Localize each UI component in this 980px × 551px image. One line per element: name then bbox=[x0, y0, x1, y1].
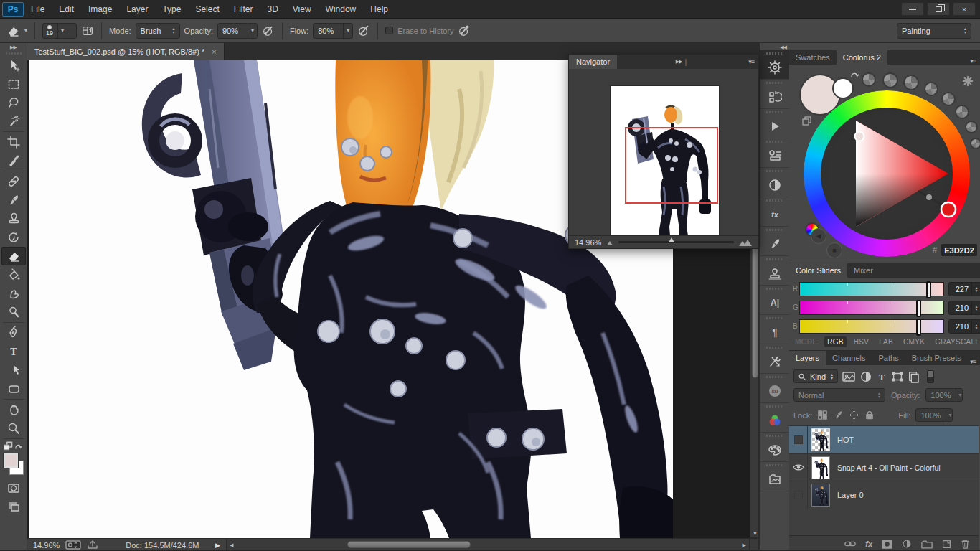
spot-healing-brush-tool[interactable] bbox=[1, 172, 26, 191]
navigator-tab[interactable]: Navigator bbox=[569, 55, 617, 69]
menu-type[interactable]: Type bbox=[155, 4, 188, 14]
pen-tool[interactable] bbox=[1, 324, 26, 342]
dock-measure-tools[interactable] bbox=[760, 344, 790, 374]
tablet-opacity-pressure-icon[interactable] bbox=[262, 24, 275, 37]
brush-tool[interactable] bbox=[1, 191, 26, 209]
eraser-tool-icon[interactable] bbox=[6, 24, 20, 38]
restore-button[interactable] bbox=[927, 2, 950, 16]
tool-preset-arrow-icon[interactable]: ▾ bbox=[24, 27, 27, 34]
navigator-thumbnail[interactable] bbox=[611, 86, 719, 246]
dock-styles[interactable]: fx bbox=[760, 197, 790, 227]
green-slider[interactable] bbox=[799, 301, 944, 315]
layer-thumbnail[interactable] bbox=[811, 428, 830, 451]
tab-coolorus[interactable]: Coolorus 2 bbox=[837, 50, 887, 65]
mode-dropdown[interactable]: Brush ▴▾ bbox=[136, 23, 180, 39]
green-value-box[interactable]: 210▲▼ bbox=[948, 301, 980, 315]
menu-edit[interactable]: Edit bbox=[52, 4, 81, 14]
blue-slider-thumb[interactable] bbox=[916, 319, 921, 336]
add-mask-icon[interactable] bbox=[882, 540, 892, 549]
close-button[interactable]: × bbox=[953, 2, 976, 16]
blue-slider[interactable] bbox=[799, 319, 944, 334]
erase-to-history-checkbox[interactable] bbox=[385, 27, 393, 34]
type-tool[interactable]: T bbox=[1, 342, 26, 361]
filter-adjustment-layers-icon[interactable] bbox=[859, 370, 872, 383]
zoom-slider-thumb[interactable] bbox=[667, 236, 676, 243]
expand-panels-icon[interactable]: ◀◀ bbox=[760, 43, 789, 50]
tab-swatches[interactable]: Swatches bbox=[789, 50, 837, 65]
tab-brush-presets[interactable]: Brush Presets bbox=[905, 351, 968, 365]
export-icon[interactable] bbox=[87, 540, 98, 550]
lock-position-icon[interactable] bbox=[849, 410, 859, 420]
menu-file[interactable]: File bbox=[24, 4, 52, 14]
pressure-size-icon[interactable] bbox=[458, 24, 471, 37]
quick-mask-button[interactable] bbox=[1, 479, 26, 497]
lock-all-icon[interactable] bbox=[864, 410, 875, 420]
dock-coolorus-wheel[interactable] bbox=[760, 50, 790, 80]
tab-channels[interactable]: Channels bbox=[826, 351, 872, 365]
layer-thumbnail[interactable] bbox=[811, 484, 830, 507]
visibility-cell[interactable] bbox=[789, 454, 808, 481]
menu-view[interactable]: View bbox=[286, 4, 319, 14]
dock-clone-source[interactable] bbox=[760, 256, 790, 286]
move-tool[interactable] bbox=[1, 56, 26, 75]
color-scheme-dot[interactable] bbox=[882, 72, 898, 88]
filter-shape-layers-icon[interactable] bbox=[891, 370, 904, 383]
menu-filter[interactable]: Filter bbox=[227, 4, 260, 14]
menu-select[interactable]: Select bbox=[188, 4, 226, 14]
dodge-tool[interactable] bbox=[1, 303, 26, 321]
filter-pixel-layers-icon[interactable] bbox=[842, 370, 856, 383]
zoom-in-icon[interactable] bbox=[738, 238, 753, 247]
layer-name[interactable]: Snap Art 4 - Oil Paint - Colorful bbox=[837, 463, 941, 472]
eye-icon[interactable] bbox=[793, 463, 804, 471]
layer-row-snapart[interactable]: Snap Art 4 - Oil Paint - Colorful bbox=[789, 453, 979, 481]
navigator-zoom-value[interactable]: 14.96% bbox=[575, 238, 601, 247]
default-colors-icon[interactable] bbox=[4, 441, 14, 451]
crop-tool[interactable] bbox=[1, 133, 26, 151]
mode-lab[interactable]: LAB bbox=[876, 336, 896, 347]
layer-fill-dropdown[interactable]: 100%▾ bbox=[915, 408, 953, 422]
zoom-level[interactable]: 14.96% bbox=[33, 541, 60, 550]
tab-paths[interactable]: Paths bbox=[872, 351, 905, 365]
sv-triangle[interactable] bbox=[804, 90, 970, 257]
dock-tool-presets[interactable] bbox=[760, 138, 790, 168]
doc-size-info[interactable]: Doc: 154.5M/424.6M bbox=[126, 541, 199, 550]
dock-paragraph[interactable]: ¶ bbox=[760, 315, 790, 344]
dock-character[interactable]: A| bbox=[760, 286, 790, 315]
dock-history[interactable] bbox=[760, 80, 790, 109]
lasso-tool[interactable] bbox=[1, 93, 26, 112]
layer-row-layer0[interactable]: Layer 0 bbox=[789, 481, 979, 508]
green-slider-thumb[interactable] bbox=[916, 300, 921, 317]
hex-value-field[interactable]: E3D2D2 bbox=[941, 244, 977, 256]
new-layer-icon[interactable] bbox=[942, 540, 951, 549]
mode-hsv[interactable]: HSV bbox=[851, 336, 872, 347]
layer-style-icon[interactable]: fx bbox=[865, 540, 872, 548]
paint-bucket-tool[interactable] bbox=[1, 265, 26, 284]
menu-3d[interactable]: 3D bbox=[260, 4, 285, 14]
hidden-layer-box[interactable] bbox=[794, 435, 803, 444]
filter-type-layers-icon[interactable]: T bbox=[876, 370, 887, 383]
foreground-color-swat­ch[interactable] bbox=[4, 453, 18, 468]
panel-menu-icon[interactable]: ▾≡ bbox=[970, 57, 980, 65]
red-slider-thumb[interactable] bbox=[926, 281, 931, 298]
gear-icon[interactable] bbox=[961, 75, 974, 88]
menu-window[interactable]: Window bbox=[319, 4, 364, 14]
color-scheme-dot[interactable] bbox=[903, 75, 919, 90]
dock-adjustments[interactable] bbox=[760, 168, 790, 197]
layer-opacity-dropdown[interactable]: 100%▾ bbox=[925, 388, 963, 402]
screen-mode-button[interactable] bbox=[1, 497, 26, 516]
scroll-left-icon[interactable]: ◀ bbox=[230, 542, 233, 548]
new-group-icon[interactable] bbox=[921, 540, 933, 549]
magic-wand-tool[interactable] bbox=[1, 112, 26, 131]
stepper-icon[interactable]: ▲▼ bbox=[971, 320, 980, 333]
hidden-layer-box[interactable] bbox=[794, 491, 803, 499]
navigator-view-box[interactable] bbox=[625, 127, 718, 204]
document-tab[interactable]: TestStuff_BIG_002.psd @ 15% (HOT, RGB/8#… bbox=[27, 43, 225, 60]
scroll-down-icon[interactable]: ▼ bbox=[753, 531, 758, 536]
hand-tool[interactable] bbox=[1, 400, 26, 419]
brush-size-picker[interactable]: 19 ▾ bbox=[42, 23, 77, 39]
mode-rgb[interactable]: RGB bbox=[824, 336, 847, 347]
close-document-icon[interactable]: × bbox=[212, 47, 216, 56]
shape-tool[interactable] bbox=[1, 380, 26, 398]
zoom-out-icon[interactable] bbox=[606, 239, 614, 246]
color-scheme-dot[interactable] bbox=[862, 72, 876, 87]
